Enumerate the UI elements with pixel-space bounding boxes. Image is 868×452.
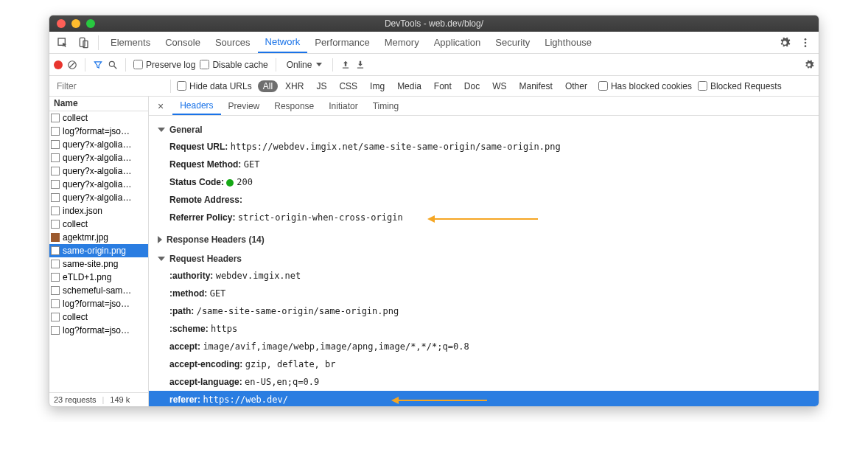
filter-type-js[interactable]: JS xyxy=(311,80,332,92)
request-row[interactable]: query?x-algolia… xyxy=(49,138,148,151)
file-icon xyxy=(51,286,60,295)
request-name: collect xyxy=(63,219,88,229)
preserve-log-checkbox[interactable]: Preserve log xyxy=(133,60,195,70)
tab-memory[interactable]: Memory xyxy=(377,32,427,53)
svg-line-9 xyxy=(114,66,117,69)
section-request-headers[interactable]: Request Headers xyxy=(158,251,810,267)
image-file-icon xyxy=(51,233,60,242)
detail-pane: × HeadersPreviewResponseInitiatorTiming … xyxy=(149,97,819,406)
chevron-down-icon xyxy=(158,257,165,261)
request-name: query?x-algolia… xyxy=(63,139,131,150)
request-row[interactable]: collect xyxy=(49,218,148,231)
request-list: collectlog?format=jso…query?x-algolia…qu… xyxy=(49,111,148,392)
close-detail-icon[interactable]: × xyxy=(152,100,169,112)
tab-sources[interactable]: Sources xyxy=(208,32,258,53)
throttling-select[interactable]: Online xyxy=(284,60,326,70)
filter-type-all[interactable]: All xyxy=(258,80,278,92)
filter-type-img[interactable]: Img xyxy=(365,80,390,92)
tab-console[interactable]: Console xyxy=(158,32,208,53)
request-row[interactable]: eTLD+1.png xyxy=(49,271,148,284)
request-row[interactable]: log?format=jso… xyxy=(49,125,148,138)
requests-count: 23 requests xyxy=(54,395,96,404)
filter-type-other[interactable]: Other xyxy=(560,80,592,92)
value-referrer-policy: strict-origin-when-cross-origin xyxy=(238,212,403,223)
value-status-code: 200 xyxy=(237,177,253,187)
search-icon[interactable] xyxy=(108,60,118,70)
file-icon xyxy=(51,140,60,149)
file-icon xyxy=(51,153,60,162)
disable-cache-checkbox[interactable]: Disable cache xyxy=(200,60,267,70)
tab-lighthouse[interactable]: Lighthouse xyxy=(537,32,599,53)
file-icon xyxy=(51,193,60,202)
header-value: image/avif,image/webp,image/apng,image/*… xyxy=(203,341,469,352)
svg-point-8 xyxy=(109,61,114,66)
file-icon xyxy=(51,220,60,229)
detail-tab-headers[interactable]: Headers xyxy=(172,97,220,115)
tab-application[interactable]: Application xyxy=(427,32,489,53)
filter-type-css[interactable]: CSS xyxy=(334,80,363,92)
tab-security[interactable]: Security xyxy=(488,32,537,53)
request-row[interactable]: same-site.png xyxy=(49,257,148,271)
request-row[interactable]: collect xyxy=(49,111,148,125)
filter-icon[interactable] xyxy=(93,60,103,70)
detail-tab-response[interactable]: Response xyxy=(267,97,321,115)
gear-icon[interactable] xyxy=(779,37,791,49)
section-response-headers[interactable]: Response Headers (14) xyxy=(158,232,810,248)
request-row[interactable]: collect xyxy=(49,310,148,324)
header-row: :path: /same-site-same-origin/same-origi… xyxy=(158,302,810,320)
blocked-requests-checkbox[interactable]: Blocked Requests xyxy=(698,81,782,91)
detail-tab-initiator[interactable]: Initiator xyxy=(321,97,365,115)
header-value: https://web.dev/ xyxy=(203,394,288,405)
filter-type-doc[interactable]: Doc xyxy=(459,80,485,92)
record-icon[interactable] xyxy=(54,60,63,69)
filter-type-media[interactable]: Media xyxy=(392,80,427,92)
header-value: gzip, deflate, br xyxy=(245,359,336,369)
clear-icon[interactable] xyxy=(67,60,77,70)
filter-type-font[interactable]: Font xyxy=(429,80,457,92)
filter-type-xhr[interactable]: XHR xyxy=(280,80,309,92)
header-row: accept: image/avif,image/webp,image/apng… xyxy=(158,338,810,355)
sidebar-footer: 23 requests | 149 k xyxy=(49,392,148,406)
request-row[interactable]: log?format=jso… xyxy=(49,324,148,337)
filter-input[interactable] xyxy=(54,80,164,93)
svg-line-7 xyxy=(70,62,75,67)
request-row[interactable]: same-origin.png xyxy=(49,244,148,257)
request-row[interactable]: query?x-algolia… xyxy=(49,164,148,178)
file-icon xyxy=(51,246,60,255)
detail-tab-preview[interactable]: Preview xyxy=(221,97,267,115)
device-toggle-icon[interactable] xyxy=(77,37,89,49)
request-row[interactable]: query?x-algolia… xyxy=(49,151,148,164)
chevron-down-icon xyxy=(158,128,165,132)
header-row: :authority: webdev.imgix.net xyxy=(158,267,810,285)
request-row[interactable]: query?x-algolia… xyxy=(49,178,148,191)
kebab-menu-icon[interactable] xyxy=(799,37,811,49)
tab-performance[interactable]: Performance xyxy=(307,32,377,53)
request-row[interactable]: agektmr.jpg xyxy=(49,231,148,244)
request-name: collect xyxy=(63,113,88,123)
header-key: :path: xyxy=(169,306,194,316)
request-row[interactable]: schemeful-sam… xyxy=(49,284,148,297)
hide-data-urls-checkbox[interactable]: Hide data URLs xyxy=(177,81,252,91)
has-blocked-cookies-checkbox[interactable]: Has blocked cookies xyxy=(598,81,692,91)
request-row[interactable]: query?x-algolia… xyxy=(49,191,148,204)
file-icon xyxy=(51,273,60,282)
section-general[interactable]: General xyxy=(158,122,810,138)
inspect-icon[interactable] xyxy=(57,37,69,49)
download-har-icon[interactable] xyxy=(355,60,365,70)
request-row[interactable]: log?format=jso… xyxy=(49,297,148,310)
tab-network[interactable]: Network xyxy=(258,32,308,53)
tab-elements[interactable]: Elements xyxy=(103,32,158,53)
request-row[interactable]: index.json xyxy=(49,204,148,218)
detail-tabs: × HeadersPreviewResponseInitiatorTiming xyxy=(149,97,819,116)
header-row: :method: GET xyxy=(158,285,810,302)
upload-har-icon[interactable] xyxy=(340,60,351,70)
svg-point-3 xyxy=(805,38,807,41)
filter-type-ws[interactable]: WS xyxy=(487,80,511,92)
network-settings-icon[interactable] xyxy=(804,60,814,70)
detail-tab-timing[interactable]: Timing xyxy=(365,97,407,115)
request-name: index.json xyxy=(63,206,102,216)
filter-type-manifest[interactable]: Manifest xyxy=(514,80,558,92)
svg-point-4 xyxy=(805,41,807,44)
header-row: accept-encoding: gzip, deflate, br xyxy=(158,355,810,373)
header-key: :scheme: xyxy=(169,324,209,334)
